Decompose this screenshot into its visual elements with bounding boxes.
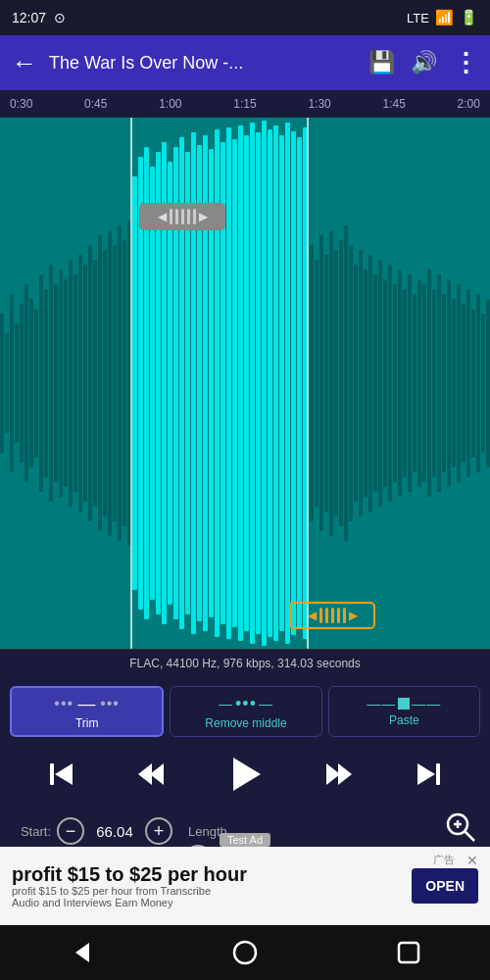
volume-button[interactable]: 🔊 [411,50,437,75]
nav-back-icon [68,939,95,966]
svg-rect-2 [5,333,9,433]
svg-rect-67 [354,265,358,502]
svg-rect-22 [103,250,107,516]
svg-rect-7 [29,299,33,467]
svg-rect-96 [307,118,309,649]
waveform-container[interactable]: 0:30 0:45 1:00 1:15 1:30 1:45 2:00 [0,90,490,649]
svg-rect-5 [20,304,24,463]
svg-rect-9 [39,274,43,492]
svg-rect-69 [364,270,368,497]
svg-rect-19 [88,245,92,521]
svg-rect-24 [113,245,117,521]
timeline-mark-030: 0:30 [10,97,32,111]
svg-rect-54 [285,122,290,644]
svg-rect-73 [383,279,387,487]
edit-buttons-row: ••• — ••• Trim — ••• — Remove middle —— … [0,686,490,747]
svg-marker-98 [55,763,73,785]
skip-to-start-button[interactable] [45,759,76,790]
nav-home-button[interactable] [216,933,274,972]
ad-headline: profit $15 to $25 per hour [12,863,402,885]
lte-icon: LTE [407,11,429,25]
svg-rect-77 [403,289,407,477]
svg-rect-80 [417,279,421,487]
selection-end-handle[interactable]: ◀ ▶ [289,602,375,629]
skip-to-start-icon [45,759,76,790]
zoom-in-button[interactable] [443,809,478,845]
svg-rect-10 [44,289,48,477]
zoom-in-icon [443,809,478,845]
svg-rect-104 [436,763,440,785]
remove-middle-button[interactable]: — ••• — Remove middle [170,686,321,737]
nav-recents-button[interactable] [379,933,438,972]
svg-rect-51 [268,129,272,637]
svg-rect-25 [118,225,122,541]
back-button[interactable]: ← [12,48,37,78]
timeline-mark-145: 1:45 [382,97,405,111]
skip-to-end-button[interactable] [414,759,445,790]
svg-marker-103 [338,763,352,785]
svg-rect-85 [442,294,446,472]
svg-rect-28 [132,176,137,590]
svg-rect-94 [486,299,490,467]
svg-rect-48 [250,122,255,644]
paste-button[interactable]: —— —— Paste [328,686,480,737]
ad-close-button[interactable]: ✕ [466,853,478,868]
svg-rect-20 [93,260,97,507]
svg-line-109 [465,831,474,841]
svg-rect-45 [232,139,237,627]
fast-forward-button[interactable] [324,759,356,790]
svg-marker-101 [233,758,261,791]
svg-rect-17 [78,255,82,512]
svg-rect-1 [0,314,4,453]
waveform-svg [0,118,490,649]
svg-rect-74 [388,265,392,502]
start-param-line: Start: − 66.04 + [12,817,172,845]
svg-rect-97 [50,763,54,785]
file-info-text: FLAC, 44100 Hz, 976 kbps, 314.03 seconds [129,657,360,670]
status-time: 12:07 [12,10,46,25]
svg-rect-12 [54,284,58,482]
timeline-mark-130: 1:30 [308,97,330,111]
svg-rect-55 [291,131,296,635]
rewind-button[interactable] [134,759,166,790]
app-bar: ← The War Is Over Now -... 💾 🔊 ⋮ [0,35,490,90]
trim-button[interactable]: ••• — ••• Trim [10,686,164,737]
nav-back-button[interactable] [52,933,111,972]
svg-rect-56 [297,137,302,629]
svg-rect-44 [226,127,231,639]
camera-icon: ⊙ [54,10,66,25]
svg-rect-72 [378,260,382,507]
drag-lines-bottom [319,608,346,623]
svg-rect-18 [83,265,87,502]
playback-row [0,747,490,806]
svg-marker-99 [138,763,152,785]
svg-rect-87 [452,299,456,467]
right-arrow-icon: ▶ [196,210,211,223]
svg-rect-66 [349,245,353,521]
svg-rect-26 [122,240,126,526]
app-bar-icons: 💾 🔊 ⋮ [368,48,478,78]
svg-rect-65 [344,225,348,541]
play-button[interactable] [223,753,267,796]
timeline-marks: 0:30 0:45 1:00 1:15 1:30 1:45 2:00 [10,97,480,111]
svg-rect-49 [256,132,261,634]
svg-marker-102 [326,763,340,785]
ad-open-button[interactable]: OPEN [412,868,478,904]
selection-start-handle[interactable]: ◀ ▶ [139,203,225,230]
svg-rect-16 [74,274,77,492]
save-button[interactable]: 💾 [368,50,395,75]
svg-rect-6 [24,284,28,482]
remove-middle-icon: — ••• — [219,694,273,714]
svg-marker-100 [150,763,164,785]
more-button[interactable]: ⋮ [453,48,478,78]
start-minus-button[interactable]: − [57,817,84,845]
svg-rect-91 [471,309,475,458]
svg-rect-92 [476,294,480,472]
start-plus-button[interactable]: + [145,817,172,845]
drag-lines [170,209,196,224]
svg-rect-47 [244,135,249,631]
paste-icon: —— —— [367,696,441,711]
svg-rect-59 [315,260,318,507]
wave-bg [0,118,490,649]
svg-marker-105 [417,763,435,785]
